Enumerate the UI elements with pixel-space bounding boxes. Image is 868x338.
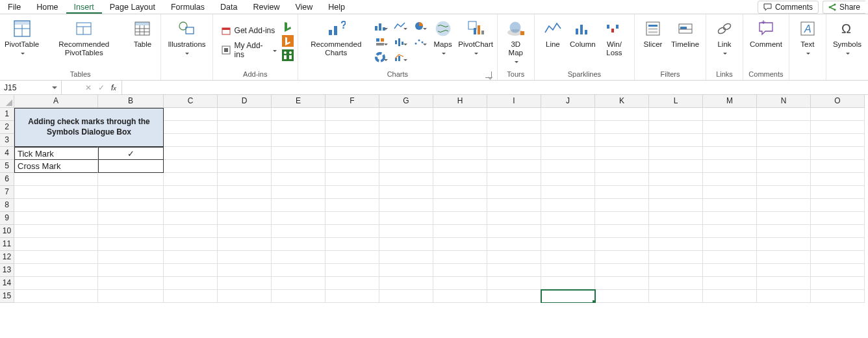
cell[interactable]: Tick Mark (14, 147, 98, 160)
cell[interactable] (649, 238, 703, 251)
column-header[interactable]: K (595, 95, 649, 108)
column-header[interactable]: A (14, 95, 98, 108)
table-button[interactable]: Table (128, 17, 157, 58)
cell[interactable] (218, 225, 272, 238)
cell[interactable] (487, 147, 541, 160)
cell[interactable] (326, 134, 379, 147)
cell[interactable] (757, 251, 811, 264)
fx-icon[interactable]: fx (111, 83, 116, 92)
cell[interactable] (649, 290, 703, 303)
cell[interactable] (218, 251, 272, 264)
cell[interactable] (649, 264, 703, 277)
row-header[interactable]: 9 (0, 212, 14, 225)
row-header[interactable]: 2 (0, 121, 14, 134)
cell[interactable] (14, 186, 98, 199)
cell[interactable] (433, 186, 487, 199)
cell[interactable] (595, 290, 649, 303)
enter-icon[interactable]: ✓ (98, 83, 105, 92)
bing-icon[interactable] (282, 21, 294, 32)
cell[interactable] (649, 121, 703, 134)
tab-pagelayout[interactable]: Page Layout (102, 1, 163, 14)
cell[interactable] (272, 173, 326, 186)
cell[interactable] (757, 186, 811, 199)
cell[interactable] (757, 290, 811, 303)
cell[interactable] (379, 108, 433, 121)
cell[interactable] (433, 290, 487, 303)
cell[interactable] (649, 199, 703, 212)
row-header[interactable]: 14 (0, 277, 14, 290)
cell[interactable] (14, 251, 98, 264)
cell[interactable] (757, 264, 811, 277)
cell[interactable] (649, 147, 703, 160)
column-header[interactable]: N (757, 95, 811, 108)
cell[interactable] (487, 160, 541, 173)
cell[interactable] (164, 238, 218, 251)
cell[interactable] (703, 147, 757, 160)
cell[interactable] (541, 199, 595, 212)
cell[interactable]: ✓ (98, 147, 164, 160)
cell[interactable] (757, 134, 811, 147)
cell[interactable] (164, 225, 218, 238)
cell[interactable] (703, 173, 757, 186)
cell[interactable] (272, 108, 326, 121)
cell[interactable] (218, 264, 272, 277)
cell[interactable] (487, 134, 541, 147)
cell[interactable] (218, 186, 272, 199)
pivottable-button[interactable]: PivotTable (4, 17, 40, 58)
cell[interactable] (595, 238, 649, 251)
cell[interactable] (379, 134, 433, 147)
comments-button[interactable]: Comments (758, 1, 819, 14)
cell[interactable] (14, 173, 98, 186)
cell[interactable] (433, 251, 487, 264)
cell[interactable] (14, 225, 98, 238)
cell[interactable] (595, 121, 649, 134)
cell[interactable] (379, 121, 433, 134)
cell[interactable] (541, 121, 595, 134)
cell[interactable] (272, 290, 326, 303)
cell[interactable] (379, 277, 433, 290)
cell[interactable] (98, 199, 164, 212)
cell[interactable] (649, 160, 703, 173)
tab-data[interactable]: Data (212, 1, 245, 14)
cell[interactable] (433, 134, 487, 147)
cell[interactable] (433, 173, 487, 186)
recommended-pivottables-button[interactable]: Recommended PivotTables (41, 17, 127, 58)
cell[interactable] (326, 225, 379, 238)
cell[interactable] (595, 147, 649, 160)
cell[interactable] (272, 238, 326, 251)
row-header[interactable]: 1 (0, 108, 14, 121)
cell[interactable] (218, 160, 272, 173)
column-header[interactable]: J (541, 95, 595, 108)
cell[interactable] (757, 199, 811, 212)
column-header[interactable]: M (703, 95, 757, 108)
cell[interactable] (326, 147, 379, 160)
cell[interactable] (703, 199, 757, 212)
cell[interactable] (98, 186, 164, 199)
cell[interactable] (164, 147, 218, 160)
cell[interactable] (326, 251, 379, 264)
cell[interactable] (164, 251, 218, 264)
charts-launcher[interactable] (485, 72, 492, 78)
cell[interactable] (541, 108, 595, 121)
cell[interactable] (703, 108, 757, 121)
cancel-icon[interactable]: ✕ (85, 83, 92, 92)
cell[interactable] (649, 108, 703, 121)
cell[interactable] (541, 212, 595, 225)
cell[interactable] (487, 186, 541, 199)
cell[interactable] (379, 160, 433, 173)
maps-button[interactable]: Maps (429, 17, 457, 58)
column-header[interactable]: F (326, 95, 379, 108)
cell[interactable] (649, 277, 703, 290)
cell[interactable] (757, 160, 811, 173)
row-header[interactable]: 5 (0, 160, 14, 173)
cell[interactable] (811, 199, 865, 212)
cell[interactable] (811, 173, 865, 186)
cell[interactable] (541, 251, 595, 264)
row-header[interactable]: 13 (0, 264, 14, 277)
cell[interactable] (433, 108, 487, 121)
cell[interactable] (218, 134, 272, 147)
combo-chart-button[interactable] (391, 51, 408, 64)
cell[interactable] (98, 238, 164, 251)
cell[interactable] (595, 160, 649, 173)
cell[interactable] (379, 199, 433, 212)
